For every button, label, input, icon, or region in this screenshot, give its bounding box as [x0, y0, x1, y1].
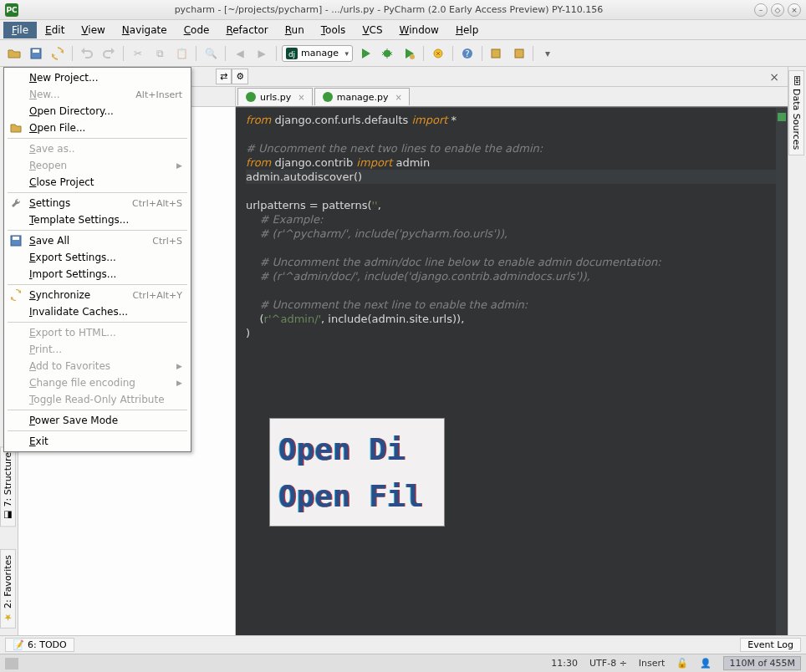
file-menu-save-all[interactable]: Save AllCtrl+S [4, 232, 191, 249]
memory-indicator[interactable]: 110M of 455M [723, 656, 801, 670]
vcs-update-button[interactable] [509, 44, 528, 63]
svg-rect-9 [492, 49, 500, 58]
error-stripe[interactable] [776, 108, 788, 635]
breadcrumb-close-icon[interactable]: × [769, 70, 779, 84]
forward-button[interactable]: ▶ [253, 44, 271, 63]
file-menu-change-file-encoding: Change file encoding▶ [4, 374, 191, 391]
breakpoint-button[interactable] [429, 44, 447, 63]
encoding-selector[interactable]: UTF-8 ÷ [589, 658, 627, 669]
menu-refactor[interactable]: Refactor [217, 22, 276, 38]
menu-tools[interactable]: Tools [313, 22, 355, 38]
file-menu-export-settings-[interactable]: Export Settings... [4, 249, 191, 266]
copy-button[interactable]: ⧉ [150, 44, 169, 63]
folder-icon [9, 121, 23, 135]
menu-navigate[interactable]: Navigate [114, 22, 176, 38]
menu-help[interactable]: Help [447, 22, 487, 38]
svg-point-14 [323, 92, 333, 102]
cut-button[interactable]: ✂ [129, 44, 147, 63]
menu-run[interactable]: Run [277, 22, 313, 38]
menubar: FileEditViewNavigateCodeRefactorRunTools… [0, 20, 806, 40]
menu-file[interactable]: File [3, 22, 37, 38]
file-menu-synchronize[interactable]: SynchronizeCtrl+Alt+Y [4, 287, 191, 303]
editor-pane: urls.py×manage.py× from django.conf.urls… [236, 87, 788, 635]
file-menu-new-: New...Alt+Insert [4, 86, 191, 103]
menu-view[interactable]: View [73, 22, 113, 38]
code-editor[interactable]: from django.conf.urls.defaults import * … [236, 107, 788, 635]
file-menu-new-project-[interactable]: New Project... [4, 69, 191, 86]
file-menu-exit[interactable]: Exit [4, 433, 191, 450]
menu-code[interactable]: Code [176, 22, 218, 38]
undo-button[interactable] [78, 44, 96, 63]
status-bar: 11:30 UTF-8 ÷ Insert 🔓 👤 110M of 455M [0, 654, 806, 672]
close-tab-icon[interactable]: × [298, 93, 304, 102]
run-tests-button[interactable] [400, 44, 418, 63]
file-menu-open-file-[interactable]: Open File... [4, 120, 191, 136]
status-widget-icon[interactable] [5, 658, 18, 669]
structure-tool-tab[interactable]: ◧ 7: Structure [0, 446, 16, 527]
favorites-label: 2: Favorites [3, 555, 13, 608]
favorites-tool-tab[interactable]: ★ 2: Favorites [0, 549, 16, 629]
sync-icon [9, 288, 23, 302]
save-all-button[interactable] [27, 44, 45, 63]
titlebar[interactable]: PC pycharm - [~/projects/pycharm] - .../… [0, 0, 806, 20]
file-menu-print-: Print... [4, 341, 191, 358]
minimize-button[interactable]: – [754, 3, 768, 17]
help-button[interactable]: ? [458, 44, 477, 63]
file-menu-open-directory-[interactable]: Open Directory... [4, 103, 191, 120]
file-menu-import-settings-[interactable]: Import Settings... [4, 266, 191, 283]
paste-button[interactable]: 📋 [172, 44, 191, 63]
menu-window[interactable]: Window [391, 22, 447, 38]
redo-button[interactable] [99, 44, 118, 63]
data-sources-tool-tab[interactable]: 🗄 Data Sources [788, 70, 804, 155]
crumb-last[interactable]: ⚙ [232, 69, 248, 84]
close-tab-icon[interactable]: × [395, 93, 402, 102]
wrench-icon [9, 196, 23, 210]
sync-button[interactable] [48, 44, 67, 63]
vcs-button[interactable] [487, 44, 506, 63]
read-only-icon[interactable]: 🔓 [676, 658, 688, 669]
find-button[interactable]: 🔍 [202, 44, 220, 63]
editor-tab-urls-py[interactable]: urls.py× [237, 88, 313, 105]
maximize-button[interactable]: ◇ [771, 3, 784, 17]
svg-rect-1 [33, 49, 39, 53]
structure-label: 7: Structure [3, 452, 13, 507]
svg-point-5 [410, 54, 415, 59]
file-menu-template-settings-[interactable]: Template Settings... [4, 211, 191, 228]
insert-mode[interactable]: Insert [639, 658, 666, 669]
menu-edit[interactable]: Edit [37, 22, 73, 38]
todo-label: 6: TODO [28, 639, 67, 650]
event-log-label: Event Log [747, 639, 793, 650]
todo-icon: 📝 [13, 639, 24, 650]
highlight-level-icon[interactable]: 👤 [700, 658, 712, 669]
bottom-tool-bar: 📝 6: TODO Event Log [0, 635, 806, 654]
more-button[interactable]: ▾ [538, 44, 557, 63]
svg-text:?: ? [465, 49, 469, 59]
editor-tabs: urls.py×manage.py× [236, 87, 788, 107]
run-button[interactable] [356, 44, 375, 63]
run-config-label: manage [301, 48, 339, 59]
file-menu-power-save-mode[interactable]: Power Save Mode [4, 412, 191, 429]
back-button[interactable]: ◀ [231, 44, 249, 63]
data-sources-label: Data Sources [791, 89, 802, 150]
svg-point-13 [246, 92, 256, 102]
editor-tab-manage-py[interactable]: manage.py× [314, 88, 410, 105]
file-menu-reopen: Reopen▶ [4, 157, 191, 174]
zoom-line-1: Open Di [278, 432, 436, 466]
open-folder-button[interactable] [5, 44, 23, 63]
file-menu-close-project[interactable]: Close Project [4, 174, 191, 191]
close-window-button[interactable]: × [788, 3, 801, 17]
todo-tool-tab[interactable]: 📝 6: TODO [5, 638, 74, 652]
svg-rect-10 [515, 49, 523, 58]
event-log-tool-tab[interactable]: Event Log [740, 638, 801, 652]
menu-vcs[interactable]: VCS [354, 22, 390, 38]
caret-position[interactable]: 11:30 [551, 658, 578, 669]
crumb-nav[interactable]: ⇄ [216, 69, 232, 84]
python-file-icon [245, 91, 257, 103]
run-configuration-dropdown[interactable]: dj manage [282, 45, 353, 62]
file-menu-settings[interactable]: SettingsCtrl+Alt+S [4, 195, 191, 211]
file-menu-export-to-html-: Export to HTML... [4, 324, 191, 341]
zoom-line-2: Open Fil [278, 479, 436, 513]
app-icon: PC [5, 3, 18, 17]
file-menu-invalidate-caches-[interactable]: Invalidate Caches... [4, 303, 191, 320]
debug-button[interactable] [378, 44, 396, 63]
